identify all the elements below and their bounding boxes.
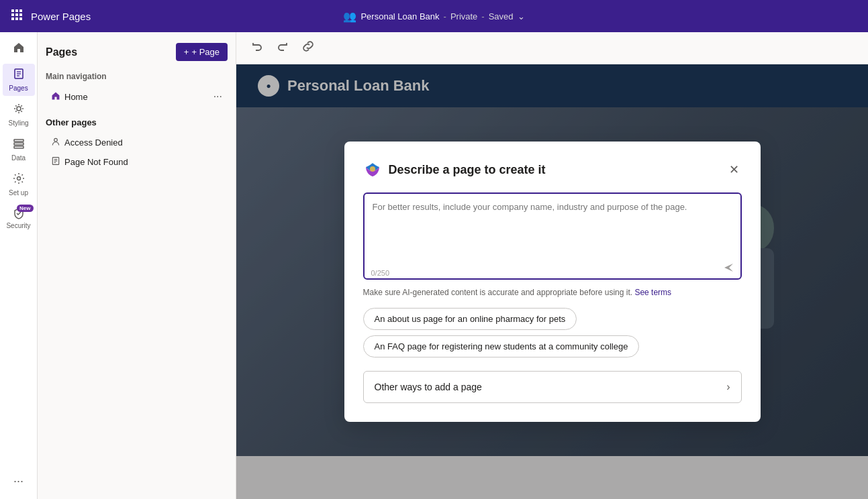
textarea-wrapper: 0/250: [363, 192, 742, 282]
sidebar-item-setup[interactable]: Set up: [3, 168, 35, 201]
site-name: Personal Loan Bank: [360, 11, 439, 21]
new-badge: New: [17, 205, 33, 212]
more-options-icon[interactable]: ···: [13, 474, 23, 488]
main-nav-label: Main navigation: [46, 72, 228, 81]
describe-textarea[interactable]: [363, 192, 742, 280]
char-count: 0/250: [371, 269, 390, 277]
sidebar-item-data[interactable]: Data: [3, 133, 35, 166]
setup-icon: [13, 172, 25, 188]
link-button[interactable]: [298, 38, 318, 58]
svg-rect-7: [15, 17, 18, 20]
disclaimer-text: Make sure AI-generated content is accura…: [363, 288, 633, 297]
data-label: Data: [11, 154, 26, 162]
grid-icon[interactable]: [11, 9, 23, 23]
sidebar-item-pages[interactable]: Pages: [3, 64, 35, 96]
svg-rect-15: [14, 143, 23, 145]
home-page-label: Home: [64, 92, 209, 102]
styling-icon: [13, 103, 25, 118]
svg-point-27: [370, 166, 375, 172]
copilot-icon: [363, 160, 382, 179]
svg-point-18: [54, 138, 58, 142]
suggestion-chip-2[interactable]: An FAQ page for registering new students…: [363, 335, 640, 357]
add-page-button[interactable]: + + Page: [176, 43, 228, 61]
svg-rect-16: [14, 146, 23, 148]
users-icon: 👥: [343, 10, 356, 23]
pages-label: Pages: [9, 85, 28, 92]
plus-icon: +: [184, 47, 189, 57]
sidebar-header: Pages + + Page: [46, 43, 228, 61]
page-item-home[interactable]: Home ···: [46, 87, 228, 107]
describe-page-modal: Describe a page to create it ✕ 0/250 Mak…: [344, 142, 761, 422]
page-not-found-label: Page Not Found: [64, 157, 128, 167]
see-terms-link[interactable]: See terms: [634, 288, 671, 297]
pages-icon: [13, 68, 25, 83]
send-button[interactable]: [723, 262, 735, 277]
data-icon: [13, 137, 25, 153]
canvas-area: ● Personal Loan Bank: [236, 64, 868, 499]
page-item-access-denied[interactable]: Access Denied: [46, 133, 228, 152]
access-denied-label: Access Denied: [64, 137, 123, 148]
styling-label: Styling: [8, 119, 28, 127]
modal-title: Describe a page to create it: [389, 163, 720, 177]
undo-button[interactable]: [247, 38, 267, 58]
page-not-found-icon: [51, 156, 60, 168]
home-more-button[interactable]: ···: [213, 91, 222, 103]
site-status: Saved: [489, 11, 514, 21]
app-title: Power Pages: [31, 11, 91, 22]
svg-rect-14: [14, 140, 23, 142]
sidebar-title: Pages: [46, 46, 77, 58]
other-pages-label: Other pages: [46, 117, 228, 127]
suggestions-list: An about us page for an online pharmacy …: [363, 308, 742, 357]
svg-point-17: [17, 177, 20, 180]
topbar: Power Pages 👥 Personal Loan Bank - Priva…: [0, 0, 868, 32]
page-item-not-found[interactable]: Page Not Found: [46, 152, 228, 172]
modal-overlay: Describe a page to create it ✕ 0/250 Mak…: [236, 64, 868, 499]
other-ways-label: Other ways to add a page: [375, 382, 482, 392]
sidebar-panel: Pages + + Page Main navigation Home ··· …: [38, 32, 236, 499]
toolbar-strip: [236, 32, 868, 64]
left-nav: Pages Styling Data Set up: [0, 32, 38, 499]
svg-rect-3: [11, 13, 14, 16]
redo-button[interactable]: [273, 38, 293, 58]
home-page-icon: [51, 91, 60, 103]
svg-rect-5: [19, 13, 22, 16]
setup-label: Set up: [9, 189, 28, 197]
site-info: 👥 Personal Loan Bank - Private - Saved ⌄: [343, 10, 524, 23]
home-icon: [13, 42, 25, 57]
security-label: Security: [6, 222, 30, 229]
svg-rect-4: [15, 13, 18, 16]
other-ways-row[interactable]: Other ways to add a page ›: [363, 371, 742, 403]
svg-point-13: [17, 107, 21, 111]
access-denied-icon: [51, 137, 60, 148]
sidebar-item-home[interactable]: [3, 38, 35, 61]
suggestion-chip-1[interactable]: An about us page for an online pharmacy …: [363, 308, 577, 330]
dropdown-icon[interactable]: ⌄: [518, 11, 525, 21]
disclaimer: Make sure AI-generated content is accura…: [363, 288, 742, 297]
modal-header: Describe a page to create it ✕: [363, 160, 742, 179]
svg-rect-8: [19, 17, 22, 20]
svg-rect-6: [11, 17, 14, 20]
modal-close-button[interactable]: ✕: [726, 161, 742, 178]
sidebar-item-styling[interactable]: Styling: [3, 99, 35, 131]
svg-rect-1: [15, 9, 18, 12]
sidebar-item-security[interactable]: New Security: [3, 203, 35, 233]
chevron-right-icon: ›: [726, 381, 730, 393]
svg-rect-2: [19, 9, 22, 12]
svg-rect-0: [11, 9, 14, 12]
site-visibility: Private: [450, 11, 477, 21]
